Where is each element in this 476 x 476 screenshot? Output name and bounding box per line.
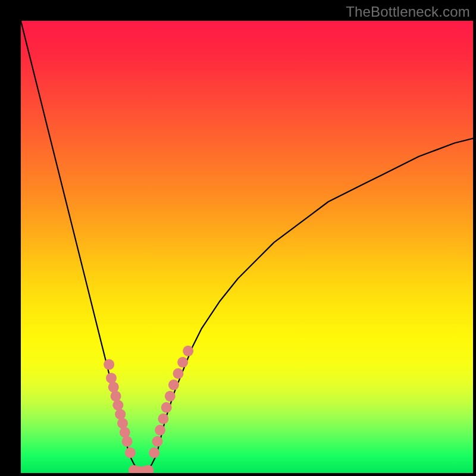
watermark-text: TheBottleneck.com xyxy=(346,4,470,20)
curve-dot xyxy=(120,427,130,438)
curve-dot xyxy=(125,447,136,458)
curve-dot xyxy=(155,425,165,436)
curve-dot xyxy=(149,447,159,458)
bottleneck-curve xyxy=(21,21,473,472)
curve-dot xyxy=(115,409,126,419)
curve-dot xyxy=(173,368,183,379)
bottleneck-curve-svg xyxy=(21,21,473,473)
curve-dot xyxy=(158,414,168,424)
curve-dot xyxy=(152,436,163,447)
curve-dot xyxy=(183,346,193,356)
curve-dot xyxy=(106,372,117,383)
curve-dot xyxy=(177,357,188,368)
curve-dots xyxy=(104,346,193,473)
curve-dot xyxy=(104,359,114,370)
curve-dot xyxy=(168,380,179,390)
curve-dot xyxy=(117,418,128,428)
curve-dot xyxy=(122,436,133,447)
plot-area xyxy=(21,21,473,473)
curve-dot xyxy=(108,382,119,393)
curve-dot xyxy=(161,402,172,413)
chart-frame: TheBottleneck.com xyxy=(0,0,476,476)
curve-dot xyxy=(165,391,176,402)
curve-dot xyxy=(111,391,121,402)
curve-dot xyxy=(112,400,123,411)
